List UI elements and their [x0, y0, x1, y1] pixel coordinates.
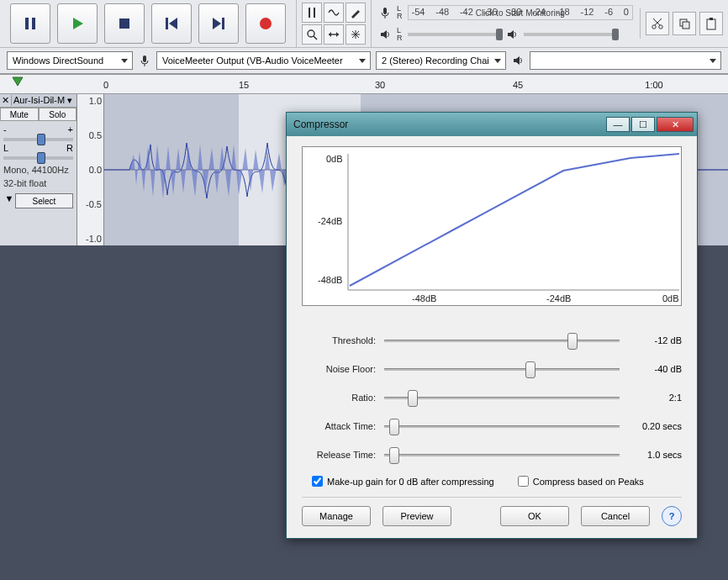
input-device-combo[interactable]: VoiceMeeter Output (VB-Audio VoiceMeeter: [156, 51, 371, 70]
svg-point-25: [659, 25, 662, 29]
param-row-3: Attack Time: 0.20 secs: [302, 412, 682, 440]
pan-slider[interactable]: [3, 156, 73, 160]
collapse-icon[interactable]: ▼: [3, 193, 15, 208]
svg-marker-23: [508, 30, 514, 39]
param-slider[interactable]: [384, 333, 620, 348]
manage-button[interactable]: Manage: [302, 506, 371, 526]
param-value: 2:1: [628, 393, 682, 403]
draw-tool-icon[interactable]: [346, 3, 366, 23]
gain-minus: -: [3, 124, 7, 134]
svg-marker-35: [13, 77, 23, 86]
dialog-title: Compressor: [293, 119, 604, 130]
transport-controls: [0, 0, 296, 47]
ruler-tick: 0: [103, 80, 108, 90]
track-format-1: Mono, 44100Hz: [0, 163, 76, 177]
timeline-ruler[interactable]: 01530451:00: [0, 74, 728, 94]
svg-rect-20: [383, 8, 387, 14]
svg-text:-24dB: -24dB: [546, 293, 571, 303]
makeup-gain-checkbox[interactable]: Make-up gain for 0 dB after compressing: [312, 476, 494, 487]
speaker-icon-3: [511, 54, 525, 67]
svg-marker-2: [73, 18, 83, 29]
channels-combo[interactable]: 2 (Stereo) Recording Chai: [376, 51, 506, 70]
svg-rect-10: [314, 8, 315, 18]
selection-tool-icon[interactable]: [302, 3, 322, 23]
param-label: Noise Floor:: [302, 364, 376, 374]
param-label: Release Time:: [302, 450, 376, 460]
input-device-value: VoiceMeeter Output (VB-Audio VoiceMeeter: [162, 55, 343, 66]
envelope-tool-icon[interactable]: [324, 3, 344, 23]
select-track-button[interactable]: Select: [15, 193, 73, 208]
ruler-tick: 30: [375, 80, 385, 90]
audio-host-combo[interactable]: Windows DirectSound: [7, 51, 133, 70]
svg-rect-7: [222, 18, 224, 29]
svg-rect-29: [683, 22, 689, 29]
track-control-panel: ✕ Aur-Isi-Dil-M ▾ Mute Solo -+ LR Mono, …: [0, 94, 77, 245]
cut-icon[interactable]: [646, 12, 669, 35]
param-value: -40 dB: [628, 364, 682, 374]
help-button[interactable]: ?: [662, 506, 682, 526]
svg-text:0dB: 0dB: [326, 154, 343, 164]
svg-text:-24dB: -24dB: [318, 216, 342, 226]
skip-end-button[interactable]: [198, 3, 239, 44]
param-slider[interactable]: [384, 447, 620, 462]
skip-start-button[interactable]: [151, 3, 192, 44]
svg-text:0dB: 0dB: [662, 293, 679, 303]
peaks-label: Compress based on Peaks: [533, 477, 644, 487]
svg-line-27: [653, 18, 660, 25]
dialog-titlebar[interactable]: Compressor — ☐ ✕: [287, 113, 697, 136]
record-meter[interactable]: -54-48-42-36-30-24-18-12-60 Click to Sta…: [408, 5, 634, 20]
param-row-2: Ratio: 2:1: [302, 383, 682, 412]
solo-button[interactable]: Solo: [39, 108, 77, 121]
param-row-0: Threshold: -12 dB: [302, 326, 682, 355]
paste-icon[interactable]: [699, 12, 723, 35]
zoom-tool-icon[interactable]: [302, 24, 322, 45]
svg-rect-3: [119, 18, 129, 29]
copy-icon[interactable]: [673, 12, 696, 35]
close-button[interactable]: ✕: [657, 117, 694, 132]
channels-value: 2 (Stereo) Recording Chai: [382, 55, 489, 66]
minimize-button[interactable]: —: [606, 117, 630, 132]
track-name-dropdown[interactable]: Aur-Isi-Dil-M ▾: [12, 94, 76, 107]
ok-button[interactable]: OK: [500, 506, 569, 526]
meter-channels-out: LR: [397, 27, 403, 42]
maximize-button[interactable]: ☐: [631, 117, 655, 132]
audio-host-value: Windows DirectSound: [13, 55, 103, 66]
param-row-4: Release Time: 1.0 secs: [302, 440, 682, 469]
svg-line-12: [314, 36, 317, 40]
track-close-button[interactable]: ✕: [0, 95, 12, 106]
record-volume-slider[interactable]: [524, 27, 616, 42]
param-label: Threshold:: [302, 335, 376, 345]
svg-text:-48dB: -48dB: [318, 275, 342, 285]
record-button[interactable]: [245, 3, 286, 44]
param-slider[interactable]: [384, 390, 620, 405]
output-device-combo[interactable]: [530, 51, 721, 70]
playback-volume-slider[interactable]: [408, 27, 500, 42]
svg-rect-9: [309, 8, 310, 18]
preview-button[interactable]: Preview: [382, 506, 451, 526]
play-button[interactable]: [57, 3, 98, 44]
track-name: Aur-Isi-Dil-M: [13, 95, 65, 105]
mic-icon-2: [138, 54, 151, 67]
meter-area: LR -54-48-42-36-30-24-18-12-60 Click to …: [371, 0, 640, 48]
svg-line-26: [655, 18, 662, 25]
pause-button[interactable]: [10, 3, 50, 44]
peaks-checkbox[interactable]: Compress based on Peaks: [518, 476, 644, 487]
svg-rect-31: [710, 18, 713, 20]
svg-point-8: [260, 18, 272, 29]
mic-icon: [378, 6, 392, 19]
gain-slider[interactable]: [3, 138, 73, 141]
mute-button[interactable]: Mute: [0, 108, 39, 121]
svg-rect-30: [707, 19, 715, 29]
multi-tool-icon[interactable]: [346, 24, 366, 45]
stop-button[interactable]: [104, 3, 145, 44]
param-slider[interactable]: [384, 419, 620, 434]
dialog-button-row: Manage Preview OK Cancel ?: [302, 506, 682, 526]
compressor-dialog: Compressor — ☐ ✕ 0dB -24dB -48dB -48dB -…: [286, 112, 698, 539]
svg-marker-6: [213, 18, 221, 29]
param-slider[interactable]: [384, 361, 620, 377]
play-cursor-icon[interactable]: [12, 76, 24, 90]
timeshift-tool-icon[interactable]: [324, 24, 344, 45]
cancel-button[interactable]: Cancel: [581, 506, 650, 526]
svg-rect-0: [25, 18, 29, 29]
ruler-tick: 1:00: [645, 80, 662, 90]
